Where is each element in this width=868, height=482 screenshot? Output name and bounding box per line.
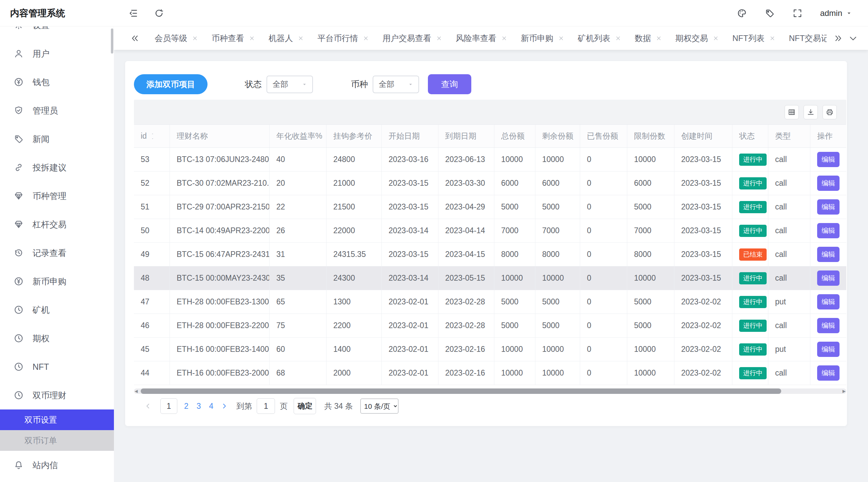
close-icon[interactable]: [656, 35, 662, 41]
confirm-page-button[interactable]: 确定: [294, 398, 316, 414]
scroll-left-icon[interactable]: ◀: [135, 389, 138, 394]
sidebar-item-7[interactable]: 杠杆交易: [0, 210, 114, 239]
sidebar-item-9[interactable]: 新币申购: [0, 267, 114, 296]
column-header-10: 创建时间: [674, 125, 732, 147]
sidebar-item-0[interactable]: 设置: [0, 26, 114, 39]
page-number-4[interactable]: 4: [209, 402, 214, 411]
edit-button[interactable]: 编辑: [817, 223, 840, 238]
edit-button[interactable]: 编辑: [817, 176, 840, 191]
caret-down-icon: [408, 81, 414, 87]
close-icon[interactable]: [363, 35, 369, 41]
user-menu[interactable]: admin: [820, 8, 852, 18]
query-button[interactable]: 查询: [428, 74, 471, 94]
caret-down-icon: [846, 10, 852, 17]
sidebar-item-2[interactable]: 钱包: [0, 68, 114, 96]
cell-remaining: 10000: [535, 266, 580, 290]
edit-button[interactable]: 编辑: [817, 294, 840, 309]
sidebar-item-11[interactable]: 期权: [0, 324, 114, 353]
theme-icon[interactable]: [737, 8, 747, 18]
tab-item-11[interactable]: NFT交易记录: [789, 33, 827, 44]
sidebar-item-6[interactable]: 币种管理: [0, 182, 114, 210]
tab-item-1[interactable]: 币种查看: [212, 33, 255, 44]
close-icon[interactable]: [501, 35, 507, 41]
columns-icon[interactable]: [785, 105, 799, 119]
sidebar-item-1[interactable]: 用户: [0, 39, 114, 68]
scrollbar-thumb[interactable]: [141, 388, 781, 394]
sidebar-item-13[interactable]: 双币理财: [0, 381, 114, 409]
tab-item-2[interactable]: 机器人: [269, 33, 304, 44]
cell-action: 编辑: [810, 243, 846, 266]
tab-item-10[interactable]: NFT列表: [732, 33, 775, 44]
page-number-2[interactable]: 2: [184, 402, 189, 411]
sidebar-item-14[interactable]: 双币设置: [0, 409, 114, 430]
tab-item-3[interactable]: 平台币行情: [317, 33, 369, 44]
column-header-0[interactable]: id: [134, 125, 170, 147]
add-dual-project-button[interactable]: 添加双币项目: [134, 74, 208, 94]
table-row: 45ETH-16 00:00FEB23-1400-P6014002023-02-…: [134, 338, 846, 361]
page-size-select[interactable]: 10 条/页: [360, 399, 398, 414]
table-row: 52BTC-30 07:02MAR23-210...20210002023-03…: [134, 172, 846, 195]
refresh-icon[interactable]: [154, 8, 164, 18]
tabs-scroll-left-icon[interactable]: [130, 34, 140, 43]
tabs-dropdown-icon[interactable]: [848, 34, 858, 43]
tab-item-8[interactable]: 数据: [635, 33, 662, 44]
print-icon[interactable]: [823, 105, 837, 119]
edit-button[interactable]: 编辑: [817, 342, 840, 357]
page-number-1[interactable]: 1: [160, 398, 177, 414]
coin-select[interactable]: 全部: [373, 76, 419, 93]
bell-icon: [14, 460, 24, 470]
cell-limit: 7000: [627, 219, 674, 242]
status-select[interactable]: 全部: [267, 76, 313, 93]
sidebar-scrollbar[interactable]: [111, 28, 113, 54]
edit-button[interactable]: 编辑: [817, 318, 840, 333]
coin-select-value: 全部: [379, 79, 394, 89]
scroll-right-icon[interactable]: ▶: [843, 389, 846, 394]
prev-page-icon[interactable]: [144, 402, 152, 410]
tab-item-0[interactable]: 会员等级: [155, 33, 198, 44]
page-jump-input[interactable]: [257, 398, 275, 414]
cell-action: 编辑: [810, 338, 846, 361]
tab-item-5[interactable]: 风险率查看: [456, 33, 507, 44]
close-icon[interactable]: [769, 35, 775, 41]
collapse-sidebar-icon[interactable]: [128, 8, 138, 18]
tag-icon[interactable]: [765, 8, 775, 18]
tab-item-6[interactable]: 新币申购: [521, 33, 564, 44]
tab-item-4[interactable]: 用户交易查看: [382, 33, 442, 44]
sidebar-item-10[interactable]: 矿机: [0, 296, 114, 324]
tab-item-7[interactable]: 矿机列表: [578, 33, 621, 44]
edit-button[interactable]: 编辑: [817, 247, 840, 262]
fullscreen-icon[interactable]: [792, 8, 803, 18]
cell-created: 2023-03-15: [674, 195, 732, 219]
cell-type: put: [768, 290, 810, 314]
sort-icon[interactable]: [150, 133, 155, 140]
sidebar-item-4[interactable]: 新闻: [0, 125, 114, 153]
page-number-3[interactable]: 3: [197, 402, 201, 411]
close-icon[interactable]: [615, 35, 621, 41]
sidebar-item-16[interactable]: 站内信: [0, 451, 114, 479]
sidebar-item-12[interactable]: NFT: [0, 353, 114, 381]
cell-sold: 0: [580, 338, 627, 361]
tab-item-9[interactable]: 期权交易: [675, 33, 719, 44]
download-icon[interactable]: [804, 105, 818, 119]
close-icon[interactable]: [249, 35, 255, 41]
close-icon[interactable]: [298, 35, 304, 41]
edit-button[interactable]: 编辑: [817, 270, 840, 286]
close-icon[interactable]: [436, 35, 442, 41]
sidebar-item-3[interactable]: 管理员: [0, 96, 114, 125]
column-header-1: 理财名称: [170, 125, 270, 147]
next-page-icon[interactable]: [220, 402, 228, 410]
sidebar-item-15[interactable]: 双币订单: [0, 430, 114, 451]
close-icon[interactable]: [192, 35, 198, 41]
edit-button[interactable]: 编辑: [817, 199, 840, 215]
cell-name: ETH-28 00:00FEB23-1300-P: [170, 290, 270, 314]
cell-total: 10000: [494, 266, 535, 290]
table-row: 51BTC-29 07:00APR23-2150...22215002023-0…: [134, 195, 846, 219]
tabs-scroll-right-icon[interactable]: [833, 34, 843, 43]
close-icon[interactable]: [713, 35, 719, 41]
edit-button[interactable]: 编辑: [817, 152, 840, 167]
sidebar-item-5[interactable]: 投拆建议: [0, 153, 114, 182]
sidebar-item-8[interactable]: 记录查看: [0, 239, 114, 267]
edit-button[interactable]: 编辑: [817, 365, 840, 381]
cell-end: 2023-02-28: [438, 314, 494, 337]
close-icon[interactable]: [558, 35, 564, 41]
